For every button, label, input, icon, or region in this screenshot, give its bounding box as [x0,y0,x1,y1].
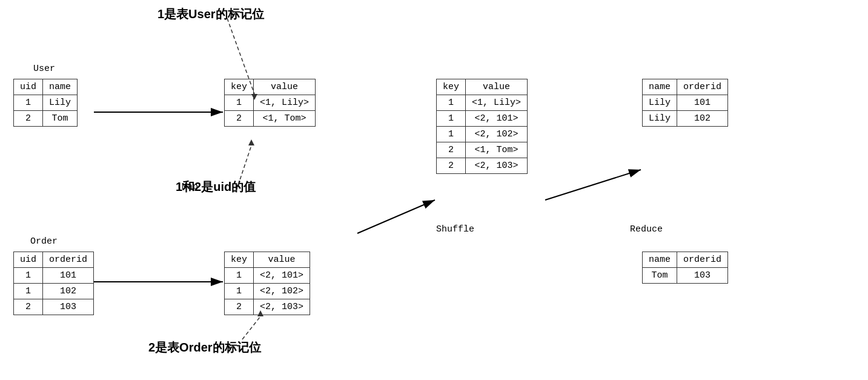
order-col-uid: uid [14,252,43,268]
table-row: 1 102 [14,284,94,299]
table-row: 1 <1, Lily> [225,95,316,111]
user-col-uid: uid [14,79,43,95]
annotation-arrow-uid [248,139,254,145]
shuffle-label: Shuffle [436,224,474,235]
table-row: Lily 102 [643,111,728,127]
map-user-table: key value 1 <1, Lily> 2 <1, Tom> [224,79,316,127]
reduce-order-col-orderid: orderid [677,252,728,268]
reduce-user-table: name orderid Lily 101 Lily 102 [642,79,728,127]
diagram: 1是表User的标记位 1和2是uid的值 2是表Order的标记位 Map S… [0,0,868,380]
map-user-col-value: value [254,79,316,95]
table-row: 1 101 [14,268,94,284]
reduce-user-col-orderid: orderid [677,79,728,95]
annotation-user-marker: 1是表User的标记位 [157,6,264,22]
table-row: Tom 103 [643,268,728,284]
annotation-line-order-marker [242,316,260,339]
reduce-order-col-name: name [643,252,677,268]
table-row: 1 <2, 102> [225,284,310,299]
shuffle-col-value: value [466,79,528,95]
map-order-table: key value 1 <2, 101> 1 <2, 102> 2 <2, 10… [224,252,310,315]
map-user-col-key: key [225,79,254,95]
map-order-col-key: key [225,252,254,268]
map-label: Map [182,182,198,192]
shuffle-col-key: key [437,79,466,95]
order-col-orderid: orderid [43,252,94,268]
user-col-name: name [43,79,78,95]
order-table: uid orderid 1 101 1 102 2 103 [13,252,94,315]
reduce-user-col-name: name [643,79,677,95]
arrows-svg [0,0,868,380]
table-row: 2 103 [14,299,94,315]
map-order-col-value: value [254,252,310,268]
user-table-label: User [33,64,55,74]
table-row: 2 <2, 103> [437,158,528,174]
reduce-order-table: name orderid Tom 103 [642,252,728,284]
table-row: 2 <1, Tom> [437,142,528,158]
table-row: 1 <1, Lily> [437,95,528,111]
table-row: 1 Lily [14,95,78,111]
table-row: 1 <2, 101> [437,111,528,127]
table-row: 2 <1, Tom> [225,111,316,127]
table-row: Lily 101 [643,95,728,111]
table-row: 1 <2, 101> [225,268,310,284]
reduce-label: Reduce [630,224,663,235]
arrow-map-to-shuffle [357,200,435,233]
table-row: 2 <2, 103> [225,299,310,315]
annotation-order-marker: 2是表Order的标记位 [148,339,261,356]
table-row: 2 Tom [14,111,78,127]
arrow-shuffle-to-reduce [545,170,641,200]
user-table: uid name 1 Lily 2 Tom [13,79,78,127]
order-table-label: Order [30,236,58,247]
table-row: 1 <2, 102> [437,127,528,142]
shuffle-table: key value 1 <1, Lily> 1 <2, 101> 1 <2, 1… [436,79,528,174]
